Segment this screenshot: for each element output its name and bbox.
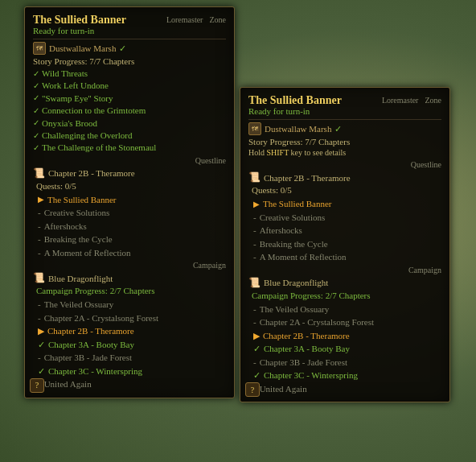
right-location: Dustwallaw Marsh (265, 124, 331, 134)
left-chapter: Chapter 2B - Theramore (48, 168, 135, 178)
quest-item: -Creative Solutions (33, 206, 226, 220)
campaign-item: -Chapter 3B - Jade Forest (33, 351, 226, 365)
right-shift-key: SHIFT (267, 148, 289, 157)
dash-icon: - (38, 233, 41, 246)
campaign-item: ▶Chapter 2B - Theramore (248, 329, 441, 343)
dash-icon: - (38, 246, 41, 260)
story-item: ✓Wild Threats (33, 68, 226, 80)
left-panel: The Sullied Banner Loremaster Zone Ready… (24, 6, 235, 398)
left-scroll-icon: 📜 (33, 167, 45, 179)
left-map-icon: 🗺 (33, 42, 46, 55)
story-item: ✓Connection to the Grimtotem (33, 105, 226, 117)
checkmark-icon: ✓ (33, 68, 39, 80)
right-questline: Questline (411, 160, 441, 169)
right-chapter: Chapter 2B - Theramore (264, 173, 351, 183)
dash-icon: - (253, 356, 256, 369)
left-quests: Quests: 0/5 (33, 181, 226, 191)
quest-item: -Aftershocks (248, 224, 441, 237)
dash-icon: - (38, 220, 41, 233)
left-loremaster: Loremaster (166, 15, 203, 24)
arrow-icon: ▶ (38, 193, 44, 205)
right-campaign: Campaign (408, 266, 441, 274)
checkmark-icon: ✓ (33, 93, 39, 104)
right-check: ✓ (334, 124, 342, 134)
right-campaign-scroll-icon: 📜 (248, 277, 261, 289)
story-item: ✓Challenging the Overlord (33, 130, 226, 142)
quest-item: -Creative Solutions (248, 211, 441, 225)
right-bottom-icon: ? (245, 382, 260, 397)
arrow-icon: ▶ (253, 329, 260, 343)
quest-item: ▶The Sullied Banner (248, 197, 441, 211)
quest-item: -A Moment of Reflection (33, 246, 226, 260)
campaign-item: ✓Chapter 3C - Winterspring (33, 365, 226, 378)
checkmark-icon: ✓ (33, 118, 39, 129)
story-item: ✓Onyxia's Brood (33, 118, 226, 130)
quest-item: -Breaking the Cycle (248, 237, 441, 251)
dash-icon: - (38, 351, 41, 365)
right-ready: Ready for turn-in (248, 106, 441, 116)
campaign-item: ▶Chapter 2B - Theramore (33, 324, 226, 338)
left-quest-list: ▶The Sullied Banner-Creative Solutions-A… (33, 193, 226, 260)
left-campaign: Campaign (193, 261, 226, 270)
story-item: ✓"Swamp Eye" Story (33, 93, 226, 105)
left-campaign-progress: Campaign Progress: 2/7 Chapters (33, 286, 226, 295)
campaign-item: ✓Chapter 3A - Booty Bay (33, 338, 226, 352)
left-ready: Ready for turn-in (33, 26, 226, 35)
checkmark-icon: ✓ (33, 105, 39, 117)
left-questline: Questline (195, 156, 226, 165)
story-item: ✓Work Left Undone (33, 80, 226, 92)
checkmark-icon: ✓ (253, 342, 261, 356)
story-item: ✓The Challenge of the Stonemaul (33, 142, 226, 154)
right-quest-list: ▶The Sullied Banner-Creative Solutions-A… (248, 197, 441, 264)
quest-item: -Breaking the Cycle (33, 233, 226, 246)
arrow-icon: ▶ (38, 324, 44, 338)
left-story-progress: Story Progress: 7/7 Chapters (33, 56, 226, 66)
arrow-icon: ▶ (253, 198, 260, 210)
dash-icon: - (253, 224, 256, 237)
dash-icon: - (253, 237, 256, 251)
dash-icon: - (253, 250, 256, 264)
dash-icon: - (38, 298, 41, 311)
right-loremaster: Loremaster (382, 96, 419, 105)
campaign-item: -United Again (33, 377, 226, 391)
campaign-item: ✓Chapter 3A - Booty Bay (248, 342, 441, 356)
right-quests: Quests: 0/5 (248, 185, 441, 195)
checkmark-icon: ✓ (38, 338, 45, 352)
quest-item: -A Moment of Reflection (248, 250, 441, 264)
left-check: ✓ (119, 43, 126, 54)
campaign-item: ✓Chapter 3C - Winterspring (248, 369, 441, 382)
right-panel: The Sullied Banner Loremaster Zone Ready… (240, 87, 450, 402)
campaign-item: -Chapter 3B - Jade Forest (248, 356, 441, 369)
left-location: Dustwallaw Marsh (49, 43, 116, 53)
right-campaign-list: -The Veiled Ossuary-Chapter 2A - Crystal… (248, 303, 441, 396)
quest-item: -Aftershocks (33, 220, 226, 233)
right-campaign-scroll: Blue Dragonflight (264, 278, 328, 287)
left-campaign-list: -The Veiled Ossuary-Chapter 2A - Crystal… (33, 298, 226, 391)
campaign-item: -The Veiled Ossuary (33, 298, 226, 311)
campaign-item: -Chapter 2A - Crystalsong Forest (33, 311, 226, 325)
dash-icon: - (253, 316, 256, 329)
left-bottom-icon: ? (30, 378, 44, 393)
checkmark-icon: ✓ (38, 365, 45, 378)
campaign-item: -Chapter 2A - Crystalsong Forest (248, 316, 441, 329)
checkmark-icon: ✓ (33, 130, 39, 142)
left-campaign-scroll: Blue Dragonflight (48, 274, 113, 283)
right-map-icon: 🗺 (248, 122, 261, 135)
right-campaign-progress: Campaign Progress: 2/7 Chapters (248, 291, 441, 300)
checkmark-icon: ✓ (253, 369, 261, 382)
checkmark-icon: ✓ (33, 80, 39, 92)
right-story-progress: Story Progress: 7/7 Chapters (248, 137, 441, 146)
quest-item: ▶The Sullied Banner (33, 193, 226, 207)
right-scroll-icon: 📜 (248, 171, 261, 184)
dash-icon: - (253, 303, 256, 316)
campaign-item: -The Veiled Ossuary (248, 303, 441, 316)
left-campaign-scroll-icon: 📜 (33, 272, 45, 284)
dash-icon: - (38, 311, 41, 325)
right-hold-shift: Hold SHIFT key to see details (248, 148, 441, 157)
dash-icon: - (38, 206, 41, 220)
campaign-item: -United Again (248, 382, 441, 396)
checkmark-icon: ✓ (33, 142, 39, 154)
dash-icon: - (253, 211, 256, 225)
right-zone: Zone (425, 96, 441, 105)
left-story-list: ✓Wild Threats✓Work Left Undone✓"Swamp Ey… (33, 68, 226, 155)
